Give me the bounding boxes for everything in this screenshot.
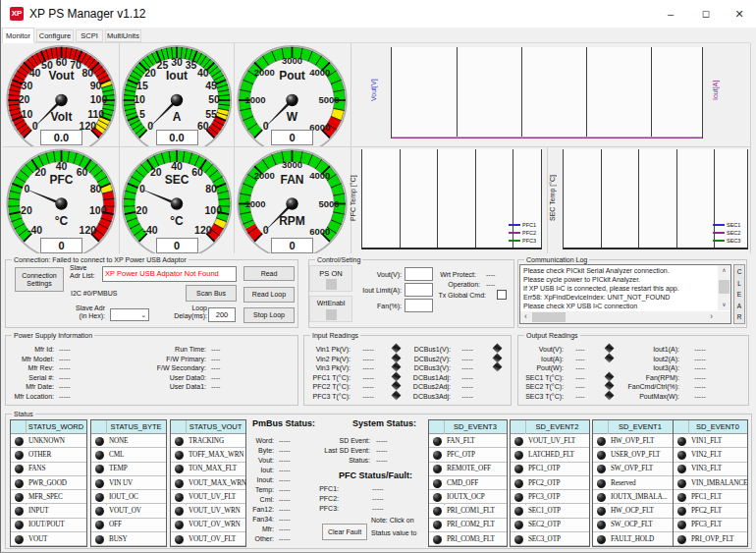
status-led-circle (175, 451, 184, 460)
log-line: Please check PICkit Serial Analyzer conn… (523, 267, 670, 274)
listbox-item-label: SEC3_OTP (528, 535, 590, 543)
output-reading-label: Pout(W): (475, 364, 564, 372)
maximize-button[interactable]: ◻ (688, 0, 724, 28)
system-status-value[interactable]: ----- (376, 457, 388, 465)
slave-adr-list-label-line1: Slave (70, 264, 87, 271)
log-line: Please check XP USB I²C connection (523, 303, 637, 309)
scroll-down-icon[interactable]: ∨ (718, 300, 730, 310)
pfc-fault-value[interactable]: ----- (372, 505, 384, 513)
pfc-fault-value[interactable]: ----- (372, 485, 384, 493)
connection-settings-button[interactable]: Connection Settings (15, 267, 64, 292)
wrt-enabl-button[interactable]: WrtEnabl (309, 296, 352, 322)
svg-text:0: 0 (263, 120, 269, 132)
output-reading-value: ----- (689, 356, 711, 363)
vout-set-field[interactable] (405, 267, 433, 281)
window-title: XP PS Manager v1.12 (29, 7, 146, 21)
pmbus-value[interactable]: ----- (279, 457, 291, 465)
psu-info-value: ---- (211, 383, 231, 391)
tx-global-cmd-checkbox[interactable] (497, 290, 507, 300)
pmbus-value[interactable]: ----- (279, 525, 291, 533)
svg-text:100: 100 (89, 204, 107, 216)
pmbus-value[interactable]: ----- (279, 516, 291, 524)
loop-delay-label-line1: Loop (191, 304, 207, 311)
scroll-right-icon[interactable]: › (706, 311, 717, 323)
output-reading-label: SEC3 T(°C): (475, 393, 564, 401)
tab-scpi[interactable]: SCPI (76, 29, 103, 42)
status-led-circle (597, 521, 606, 529)
close-button[interactable]: ✕ (722, 0, 756, 28)
hscroll-thumb[interactable] (532, 312, 566, 322)
pmbus-value[interactable]: ----- (279, 447, 291, 455)
pfc-fault-value[interactable]: ----- (372, 495, 384, 503)
svg-text:100: 100 (205, 204, 223, 216)
minimize-button[interactable]: – (653, 0, 688, 28)
comm-log-hscrollbar[interactable]: ‹ › (520, 311, 730, 323)
psu-info-label: F/W Secondary: (118, 364, 206, 372)
status-led-circle (597, 493, 606, 502)
svg-text:55: 55 (205, 108, 217, 120)
chart-ylabel-iout: Iout[A] (712, 56, 719, 125)
pmbus-value[interactable]: ----- (279, 437, 291, 445)
svg-text:Pout: Pout (279, 69, 305, 83)
listbox-item-label: OTHER (28, 451, 87, 459)
clear-log-button-letter: C (737, 268, 742, 275)
output-reading-label: Fan(RPM): (591, 374, 679, 382)
pmbus-value[interactable]: ----- (279, 476, 291, 484)
stop-loop-button[interactable]: Stop Loop (243, 307, 295, 323)
status-led-circle (597, 451, 606, 460)
scan-bus-button[interactable]: Scan Bus (186, 285, 237, 302)
pmbus-value[interactable]: ----- (279, 535, 291, 543)
scroll-left-icon[interactable]: ‹ (520, 311, 531, 323)
vscroll-thumb[interactable] (719, 280, 729, 294)
svg-text:20: 20 (35, 166, 47, 178)
listbox-header: SD_EVENT0 (674, 420, 747, 434)
slave-adr-dropdown[interactable]: ⌄ (110, 308, 149, 321)
read-loop-button[interactable]: Read Loop (243, 287, 295, 303)
listbox-row: IOUT_OC (91, 490, 166, 504)
status-listbox-status_byte: STATUS_BYTENONECMLTEMPVIN UVIOUT_OCVOUT_… (90, 419, 167, 547)
chart-gridline (638, 149, 639, 249)
output-reading-value: ---- (570, 346, 590, 354)
comm-log-vscrollbar[interactable]: ∧ ∨ (718, 265, 730, 310)
status-led-circle (597, 479, 606, 488)
status-led-circle (677, 451, 686, 460)
tab-monitor[interactable]: Monitor (2, 28, 34, 43)
listbox-item-label: VOUT_OV (109, 507, 167, 515)
psu-info-label: F/W Primary: (118, 356, 206, 363)
tab-configure[interactable]: Configure (36, 29, 74, 42)
tab-multiunits[interactable]: MultiUnits (105, 29, 141, 42)
loop-delay-field[interactable]: 200 (208, 307, 236, 322)
slave-adr-list-field[interactable]: XP Power USB Adpator Not Found (102, 266, 237, 282)
status-led-circle (175, 521, 184, 529)
chart-gridline (457, 47, 458, 139)
system-status-label: SD Event: (311, 437, 370, 445)
status-led-circle (175, 535, 184, 544)
listbox-row: HW_OCP_FLT (593, 505, 673, 519)
svg-text:Volt: Volt (51, 110, 73, 124)
scroll-up-icon[interactable]: ∧ (718, 265, 730, 276)
clear-log-button[interactable]: CLEAR (733, 264, 745, 324)
pmbus-label: Word: (215, 437, 274, 445)
chart-legend-item: SEC3 (713, 237, 756, 245)
system-status-value[interactable]: ----- (376, 437, 388, 445)
svg-text:4000: 4000 (309, 67, 330, 78)
chart-gridline (400, 149, 401, 249)
listbox-row: PFC2_OTP (511, 476, 589, 490)
system-status-value[interactable]: ----- (376, 447, 388, 455)
svg-text:°C: °C (170, 214, 184, 228)
read-button[interactable]: Read (243, 266, 295, 281)
input-reading-label: PFC1 T(°C): (262, 374, 351, 382)
app-icon: XP (10, 7, 24, 21)
iout-limit-field[interactable] (405, 283, 433, 297)
status-led-circle (95, 451, 104, 460)
ps-on-button[interactable]: PS ON (309, 265, 352, 292)
svg-text:W: W (287, 110, 298, 124)
listbox-row: PRI_OVP_FLT (674, 532, 747, 546)
svg-text:Vout: Vout (49, 69, 75, 83)
legend-label-sec2: SEC2 (727, 229, 740, 237)
fan-set-field[interactable] (405, 299, 433, 312)
pmbus-value[interactable]: ----- (279, 467, 291, 474)
clear-fault-button[interactable]: Clear Fault (322, 524, 367, 540)
listbox-row: SEC3_OTP (511, 532, 589, 546)
svg-text:0: 0 (147, 120, 153, 132)
